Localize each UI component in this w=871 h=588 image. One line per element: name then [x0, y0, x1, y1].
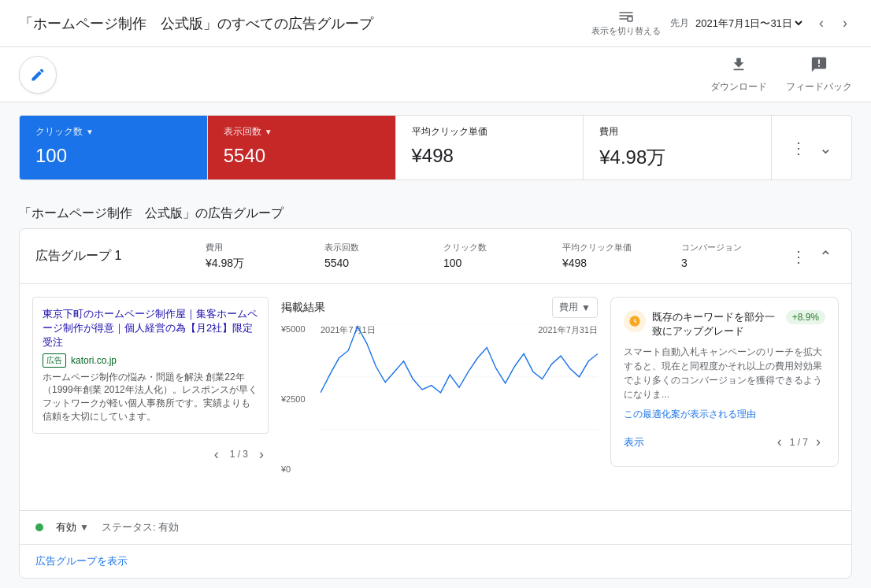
svg-rect-0	[628, 17, 632, 21]
metrics-bar: クリック数 ▼ 100 表示回数 ▼ 5540 平均クリック単価 ¥498 費用…	[19, 115, 852, 180]
rec-reason-link[interactable]: この最適化案が表示される理由	[624, 409, 756, 420]
recommendation-section: 既存のキーワードを部分一致にアップグレード +8.9% スマート自動入札キャンペ…	[610, 297, 839, 497]
metric-cpc-value: ¥498	[412, 145, 568, 167]
metric-cpc-label: 平均クリック単価	[412, 125, 568, 139]
metric-clicks[interactable]: クリック数 ▼ 100	[20, 116, 208, 179]
stat-impressions: 表示回数 5540	[312, 242, 431, 271]
date-prefix-label: 先月	[670, 17, 689, 30]
rec-card: 既存のキーワードを部分一致にアップグレード +8.9% スマート自動入札キャンペ…	[610, 297, 839, 467]
chart-metric-selector[interactable]: 費用 ▼	[552, 297, 598, 318]
rec-nav: ‹ 1 / 7 ›	[773, 431, 825, 453]
metric-clicks-value: 100	[35, 145, 191, 167]
chart-section: 掲載結果 費用 ▼ ¥5000 ¥2500 ¥0	[281, 297, 598, 497]
chevron-down-icon: ▼	[581, 302, 591, 313]
ad-next-button[interactable]: ›	[254, 443, 269, 466]
rec-title: 既存のキーワードを部分一致にアップグレード	[652, 310, 780, 338]
ad-description: ホームページ制作の悩み・問題を解決 創業22年（1999年創業 2012年法人化…	[43, 371, 258, 423]
ad-group-footer: 有効 ▼ ステータス: 有効	[20, 510, 851, 544]
chart-title: 掲載結果	[281, 301, 325, 315]
rec-footer: 表示 ‹ 1 / 7 ›	[624, 431, 825, 453]
download-label: ダウンロード	[710, 80, 767, 94]
y-label-top: ¥5000	[281, 324, 321, 334]
ad-card: 東京下町のホームページ制作屋｜集客ホームページ制作が得意｜個人経営の為【月2社】…	[32, 297, 269, 434]
y-label-mid: ¥2500	[281, 394, 321, 404]
metric-cost-label: 費用	[599, 125, 755, 139]
stat-conversions: コンバージョン 3	[669, 242, 788, 271]
chart-y-labels: ¥5000 ¥2500 ¥0	[281, 324, 321, 474]
ad-prev-button[interactable]: ‹	[209, 443, 224, 466]
date-range-select[interactable]: 2021年7月1日〜31日	[692, 17, 805, 30]
rec-nav-counter: 1 / 7	[790, 437, 808, 448]
ad-badge-row: 広告 katori.co.jp	[43, 353, 258, 368]
header-actions: ⋮ ⌃	[788, 244, 836, 269]
status-dot	[35, 523, 43, 531]
stat-cpc: 平均クリック単価 ¥498	[550, 242, 669, 271]
feedback-button[interactable]: フィードバック	[786, 56, 852, 94]
ad-title: 東京下町のホームページ制作屋｜集客ホームページ制作が得意｜個人経営の為【月2社】…	[43, 307, 258, 350]
y-label-bottom: ¥0	[281, 464, 321, 474]
metric-cpc[interactable]: 平均クリック単価 ¥498	[396, 116, 584, 179]
stat-impressions-label: 表示回数	[324, 242, 418, 253]
status-text: ステータス: 有効	[102, 520, 179, 534]
download-icon	[730, 56, 747, 77]
chart-metric-label: 費用	[559, 301, 578, 314]
toggle-label: 表示を切り替える	[591, 25, 661, 37]
chart-header: 掲載結果 費用 ▼	[281, 297, 598, 318]
edit-button[interactable]	[19, 56, 57, 94]
feedback-icon	[810, 56, 828, 77]
toolbar-actions: ダウンロード フィードバック	[710, 56, 852, 94]
page-title: 「ホームページ制作 公式版」のすべての広告グループ	[19, 14, 373, 33]
ad-badge: 広告	[43, 353, 66, 368]
ad-group-header: 広告グループ 1 費用 ¥4.98万 表示回数 5540 クリック数 100 平…	[20, 229, 851, 284]
status-label: 有効 ▼	[56, 520, 89, 534]
date-next-button[interactable]: ›	[838, 12, 852, 35]
date-prev-button[interactable]: ‹	[814, 12, 828, 35]
rec-description: スマート自動入札キャンペーンのリーチを拡大すると、現在と同程度かそれ以上の費用対…	[624, 345, 825, 401]
ad-group-name: 広告グループ 1	[35, 248, 193, 264]
metric-more-cell: ⋮ ⌄	[772, 116, 851, 179]
metric-more-button[interactable]: ⋮	[788, 135, 810, 161]
chart-area: ¥5000 ¥2500 ¥0 2021年7月1日 2021年7月31日	[281, 324, 598, 497]
rec-badge: +8.9%	[786, 310, 825, 324]
rec-icon	[624, 310, 646, 332]
metric-impressions[interactable]: 表示回数 ▼ 5540	[208, 116, 396, 179]
section-title: 「ホームページ制作 公式版」の広告グループ	[0, 193, 871, 228]
rec-prev-button[interactable]: ‹	[773, 431, 787, 453]
top-bar: 「ホームページ制作 公式版」のすべての広告グループ 表示を切り替える 先月 20…	[0, 0, 871, 47]
stat-cost: 費用 ¥4.98万	[193, 242, 312, 271]
feedback-label: フィードバック	[786, 80, 852, 94]
stat-cpc-label: 平均クリック単価	[562, 242, 656, 253]
ad-group-stats: 費用 ¥4.98万 表示回数 5540 クリック数 100 平均クリック単価 ¥…	[193, 242, 788, 271]
ad-group-card: 広告グループ 1 費用 ¥4.98万 表示回数 5540 クリック数 100 平…	[19, 228, 852, 579]
display-toggle[interactable]: 表示を切り替える	[591, 9, 661, 37]
view-link-bar: 広告グループを表示	[20, 544, 851, 578]
metric-clicks-label: クリック数 ▼	[35, 125, 191, 139]
rec-header: 既存のキーワードを部分一致にアップグレード +8.9%	[624, 310, 825, 338]
download-button[interactable]: ダウンロード	[710, 56, 767, 94]
date-control: 先月 2021年7月1日〜31日	[670, 17, 805, 30]
stat-clicks: クリック数 100	[431, 242, 550, 271]
rec-show-button[interactable]: 表示	[624, 435, 644, 449]
stat-impressions-value: 5540	[324, 257, 418, 269]
toolbar: ダウンロード フィードバック	[0, 47, 871, 102]
status-dropdown-button[interactable]: ▼	[80, 522, 89, 533]
stat-conversions-label: コンバージョン	[681, 242, 775, 253]
rec-next-button[interactable]: ›	[811, 431, 825, 453]
view-ad-group-link[interactable]: 広告グループを表示	[35, 555, 128, 567]
ad-preview-nav: ‹ 1 / 3 ›	[32, 443, 269, 466]
top-bar-right: 表示を切り替える 先月 2021年7月1日〜31日 ‹ ›	[591, 9, 852, 37]
ad-group-collapse-button[interactable]: ⌃	[816, 244, 836, 269]
stat-cost-label: 費用	[206, 242, 299, 253]
ad-group-more-button[interactable]: ⋮	[788, 244, 810, 269]
metric-cost-value: ¥4.98万	[599, 145, 755, 170]
metric-collapse-button[interactable]: ⌄	[816, 135, 836, 161]
ad-preview-section: 東京下町のホームページ制作屋｜集客ホームページ制作が得意｜個人経営の為【月2社】…	[32, 297, 269, 497]
metric-cost[interactable]: 費用 ¥4.98万	[584, 116, 772, 179]
stat-clicks-value: 100	[443, 257, 537, 269]
stat-cpc-value: ¥498	[562, 257, 656, 269]
metric-impressions-value: 5540	[224, 145, 380, 167]
stat-clicks-label: クリック数	[443, 242, 537, 253]
chart-svg	[321, 324, 598, 430]
metric-impressions-label: 表示回数 ▼	[224, 125, 380, 139]
ad-group-body: 東京下町のホームページ制作屋｜集客ホームページ制作が得意｜個人経営の為【月2社】…	[20, 284, 851, 510]
